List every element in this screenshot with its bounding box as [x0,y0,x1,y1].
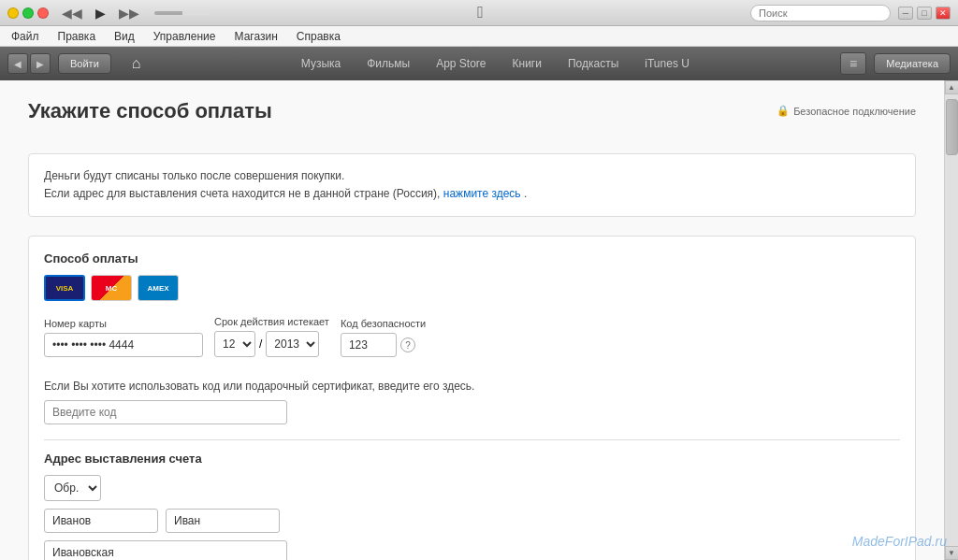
expiry-label: Срок действия истекает [214,316,329,327]
gift-code-input[interactable] [44,400,287,424]
gift-code-text: Если Вы хотите использовать код или пода… [44,380,900,393]
media-library-button[interactable]: Медиатека [874,53,951,74]
card-details-row: Номер карты Срок действия истекает 1234 … [44,316,900,357]
expiry-year-select[interactable]: 201320142015 201620172018 [266,331,319,357]
search-input[interactable] [759,7,871,19]
info-text-line1: Деньги будут списаны только после соверш… [44,167,900,185]
visa-card-option[interactable]: VISA [44,275,85,301]
list-view-button[interactable]: ≡ [840,52,866,75]
cvv-group: Код безопасности ? [341,318,426,357]
fast-forward-button[interactable]: ▶▶ [115,4,143,22]
region-row [44,540,900,560]
search-box [750,5,891,22]
win-minimize-btn[interactable]: ─ [898,7,913,20]
card-number-group: Номер карты [44,318,203,357]
scroll-track [945,94,958,546]
expiry-separator: / [259,337,262,351]
volume-slider[interactable] [154,11,210,15]
info-line2-prefix: Если адрес для выставления счета находит… [44,187,440,200]
window-controls [7,7,49,19]
payment-form: Способ оплаты VISA MC AMEX Номер карты С… [28,236,916,560]
menu-help[interactable]: Справка [293,28,344,45]
transport-controls: ◀◀ ▶ ▶▶ [58,4,210,22]
window-action-controls: ─ □ ✕ [898,7,951,20]
restore-button[interactable] [22,7,34,19]
login-button[interactable]: Войти [58,53,111,74]
tab-music[interactable]: Музыка [290,53,352,74]
menu-controls[interactable]: Управление [150,28,220,45]
tab-appstore[interactable]: App Store [425,53,497,74]
cvv-row: ? [341,333,426,357]
menu-view[interactable]: Вид [110,28,138,45]
billing-title: Адрес выставления счета [44,452,900,466]
expiry-row: 1234 5678 91011 12 / 201320142015 201620… [214,331,329,357]
tab-movies[interactable]: Фильмы [356,53,421,74]
page-title: Укажите способ оплаты [28,99,272,123]
win-close-btn[interactable]: ✕ [936,7,951,20]
title-bar: ◀◀ ▶ ▶▶  ─ □ ✕ [0,0,958,26]
play-button[interactable]: ▶ [92,4,109,22]
mastercard-option[interactable]: MC [91,275,132,301]
tab-podcasts[interactable]: Подкасты [557,53,630,74]
cvv-help-icon[interactable]: ? [400,337,415,352]
secure-badge: 🔒 Безопасное подключение [777,105,916,117]
nav-bar: ◀ ▶ Войти ⌂ Музыка Фильмы App Store Книг… [0,47,958,80]
cvv-input[interactable] [341,333,397,357]
close-button[interactable] [37,7,49,19]
apple-logo:  [210,3,750,22]
payment-method-label: Способ оплаты [44,251,900,266]
card-number-input[interactable] [44,333,203,357]
menu-file[interactable]: Файл [7,28,43,45]
scroll-up-button[interactable]: ▲ [945,80,959,94]
home-icon[interactable]: ⌂ [123,51,151,76]
info-link[interactable]: нажмите здесь [443,187,521,200]
nav-forward-button[interactable]: ▶ [30,53,51,74]
form-divider [44,439,900,440]
rewind-button[interactable]: ◀◀ [58,4,86,22]
title-row: Обр. Г-н Г-жа [44,475,900,501]
info-line2-suffix: . [524,187,527,200]
last-name-input[interactable] [44,509,158,533]
cvv-label: Код безопасности [341,318,426,329]
scrollbar: ▲ ▼ [944,80,958,560]
minimize-button[interactable] [7,7,19,19]
menu-store[interactable]: Магазин [231,28,282,45]
nav-prev-next: ◀ ▶ [7,53,51,74]
card-options: VISA MC AMEX [44,275,900,301]
secure-text: Безопасное подключение [793,106,916,117]
content-wrapper: Укажите способ оплаты 🔒 Безопасное подкл… [0,80,958,560]
name-row [44,509,900,533]
scroll-thumb[interactable] [946,99,958,155]
nav-back-button[interactable]: ◀ [7,53,28,74]
info-box: Деньги будут списаны только после соверш… [28,153,916,217]
amex-option[interactable]: AMEX [138,275,179,301]
nav-tabs: Музыка Фильмы App Store Книги Подкасты i… [150,53,840,74]
win-restore-btn[interactable]: □ [917,7,932,20]
gift-section: Если Вы хотите использовать код или пода… [44,366,900,428]
main-content: Укажите способ оплаты 🔒 Безопасное подкл… [0,80,944,560]
tab-itunes-u[interactable]: iTunes U [633,53,701,74]
expiry-group: Срок действия истекает 1234 5678 91011 1… [214,316,329,357]
menu-bar: Файл Правка Вид Управление Магазин Справ… [0,26,958,47]
watermark: MadeForIPad.ru [852,534,947,549]
first-name-input[interactable] [166,509,280,533]
billing-section: Адрес выставления счета Обр. Г-н Г-жа [44,452,900,560]
region-input[interactable] [44,540,287,560]
tab-books[interactable]: Книги [501,53,553,74]
lock-icon: 🔒 [777,105,790,117]
info-text-line2: Если адрес для выставления счета находит… [44,185,900,203]
card-number-label: Номер карты [44,318,203,329]
expiry-month-select[interactable]: 1234 5678 91011 12 [214,331,255,357]
menu-edit[interactable]: Правка [54,28,100,45]
title-select[interactable]: Обр. Г-н Г-жа [44,475,101,501]
